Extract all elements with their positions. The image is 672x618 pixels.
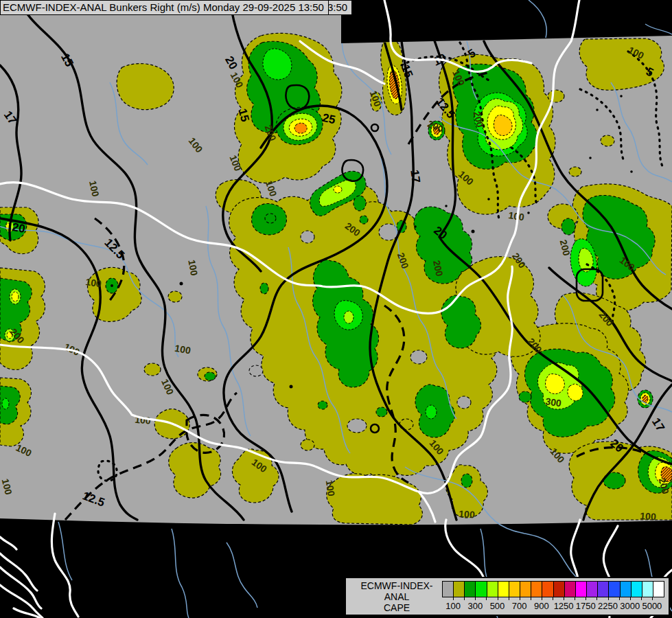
legend-swatch xyxy=(542,582,553,597)
legend-swatch xyxy=(520,582,531,597)
legend-swatch xyxy=(608,582,619,597)
legend-swatch xyxy=(642,582,653,597)
legend-swatch xyxy=(498,582,509,597)
legend-tick xyxy=(475,597,476,600)
legend-swatch xyxy=(631,582,642,597)
legend-tick xyxy=(453,597,454,600)
legend-tick xyxy=(564,597,564,600)
title-line-bunkers: ECMWF-INDEX-ANAL Bunkers Right (m/s) Mon… xyxy=(0,0,329,15)
legend-tick xyxy=(553,597,553,600)
legend-swatch xyxy=(653,582,664,597)
legend-swatch xyxy=(475,582,486,597)
weather-map-page: 151720201525151712.5105512.512.5202017 1… xyxy=(0,0,672,618)
shear-contour-label: 20 xyxy=(11,220,26,236)
legend-swatch xyxy=(597,582,608,597)
legend-swatch xyxy=(620,582,631,597)
cape-contour-label: 100 xyxy=(459,508,476,520)
legend-swatch xyxy=(487,582,498,597)
cape-color-legend: ECMWF-INDEX-ANAL CAPE J/kg 1003005007009… xyxy=(345,577,670,616)
legend-swatch xyxy=(531,582,542,597)
legend-tick-label: 5000 xyxy=(637,601,667,611)
cape-contour-label: 300 xyxy=(545,396,563,409)
legend-swatch xyxy=(509,582,520,597)
legend-tick xyxy=(464,597,465,600)
legend-tick xyxy=(596,597,597,600)
legend-text-block: ECMWF-INDEX-ANAL CAPE J/kg xyxy=(350,580,443,618)
legend-swatch xyxy=(443,582,453,597)
legend-swatch xyxy=(564,582,575,597)
legend-swatch xyxy=(464,582,475,597)
legend-tick xyxy=(575,597,575,600)
legend-tick xyxy=(531,597,531,600)
weather-map: 151720201525151712.5105512.512.5202017 1… xyxy=(0,0,672,618)
legend-tick xyxy=(498,597,498,600)
legend-tick xyxy=(509,597,509,600)
cape-contour-label: 100 xyxy=(324,479,337,497)
legend-tick xyxy=(608,597,609,600)
legend-parameter-label: CAPE xyxy=(350,602,443,613)
legend-model-label: ECMWF-INDEX-ANAL xyxy=(350,580,443,602)
legend-tick xyxy=(619,597,620,600)
shear-contour-label: 17 xyxy=(408,169,422,183)
legend-tick xyxy=(486,597,487,600)
legend-color-bar xyxy=(442,581,664,597)
legend-tick xyxy=(641,597,642,600)
legend-tick xyxy=(586,597,586,600)
legend-tick xyxy=(542,597,542,600)
legend-tick xyxy=(520,597,520,600)
shear-contour-label: 25 xyxy=(321,111,336,127)
legend-tick xyxy=(652,597,653,600)
cape-contour-label: 100 xyxy=(640,510,657,523)
legend-swatch xyxy=(453,582,464,597)
legend-scale: 10030050070090012501750225030005000 xyxy=(442,597,663,613)
legend-unit-label: J/kg xyxy=(350,613,443,618)
legend-tick xyxy=(630,597,631,600)
legend-swatch xyxy=(553,582,564,597)
legend-swatch xyxy=(575,582,586,597)
legend-swatch xyxy=(586,582,597,597)
cape-contour-label: 100 xyxy=(85,276,103,289)
